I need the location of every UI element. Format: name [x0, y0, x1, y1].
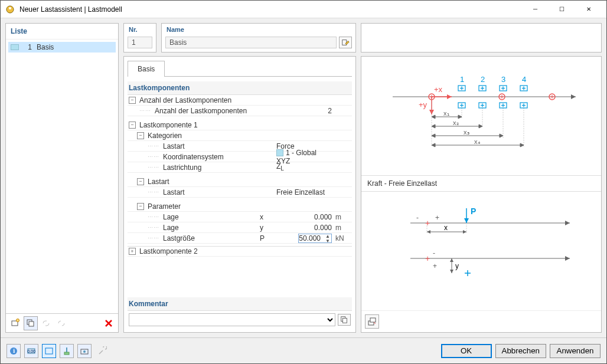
group-anzahl[interactable]: −Anzahl der Lastkomponenten — [128, 95, 352, 106]
anzahl-value[interactable]: 2 — [276, 107, 335, 115]
item-number: 1 — [22, 43, 32, 51]
group-lastart[interactable]: −Lastart — [128, 176, 352, 187]
svg-marker-98 — [450, 270, 453, 273]
svg-text:0,00: 0,00 — [27, 349, 35, 353]
nr-value[interactable]: 1 — [128, 37, 152, 48]
name-input[interactable]: Basis — [165, 37, 337, 48]
bottom-toolbar: ℹ 0,00 OK Abbrechen Anwenden — [1, 337, 606, 363]
svg-text:+x: +x — [434, 85, 443, 94]
diagram-title: Kraft - Freie Einzellast — [361, 175, 601, 192]
row-lage-y[interactable]: ⋯⋯Lage y0.000m — [128, 222, 352, 233]
svg-text:4: 4 — [522, 75, 526, 84]
group-kategorien[interactable]: −Kategorien — [128, 130, 352, 141]
row-lastart2[interactable]: ⋯⋯Lastart Freie Einzellast — [128, 187, 352, 198]
window-title: Neuer Lastassistent | Lastmodell — [19, 5, 522, 14]
svg-marker-97 — [450, 258, 453, 262]
comment-library-button[interactable] — [338, 314, 351, 326]
group-lk1[interactable]: −Lastkomponente 1 — [128, 120, 352, 130]
show-button[interactable] — [77, 344, 92, 358]
title-bar: Neuer Lastassistent | Lastmodell ─ ☐ ✕ — [1, 1, 606, 18]
tab-strip: Basis — [128, 60, 352, 77]
section-lastkomponenten: Lastkomponenten — [128, 81, 352, 95]
row-anzahl[interactable]: ⋯⋯Anzahl der Lastkomponenten 2 — [128, 106, 352, 116]
svg-marker-60 — [479, 124, 482, 128]
svg-rect-8 — [342, 318, 347, 323]
group-lk2[interactable]: +Lastkomponente 2 — [128, 246, 352, 257]
row-lastrichtung[interactable]: ⋯⋯Lastrichtung ZL — [128, 162, 352, 173]
svg-text:1: 1 — [460, 75, 464, 84]
collapse-icon[interactable]: − — [137, 178, 144, 185]
lastgroesse-input[interactable]: 50.000▲▼ — [298, 234, 332, 243]
collapse-icon[interactable]: − — [137, 203, 144, 210]
svg-text:x₁: x₁ — [443, 110, 449, 117]
collapse-icon[interactable]: − — [129, 122, 136, 129]
svg-marker-64 — [500, 134, 503, 137]
list-body: 1 Basis — [6, 40, 118, 313]
rename-button[interactable] — [339, 37, 352, 48]
svg-marker-59 — [432, 124, 435, 128]
close-button[interactable]: ✕ — [575, 1, 602, 18]
svg-marker-76 — [565, 221, 570, 225]
svg-marker-68 — [520, 143, 524, 147]
row-lastgroesse[interactable]: ⋯⋯Lastgröße P 50.000▲▼ kN — [128, 233, 352, 244]
name-label: Name — [167, 26, 184, 33]
svg-text:P: P — [471, 206, 476, 216]
svg-text:-: - — [416, 214, 419, 222]
calc-button[interactable]: ℹ — [6, 344, 21, 358]
item-color-swatch — [11, 44, 19, 50]
preview-top-card — [361, 23, 602, 53]
list-header: Liste — [6, 24, 118, 40]
svg-text:+y: +y — [419, 100, 427, 109]
svg-marker-67 — [432, 143, 435, 147]
new-button[interactable] — [8, 316, 22, 330]
svg-marker-84 — [427, 230, 430, 234]
svg-point-3 — [17, 319, 19, 322]
tab-basis[interactable]: Basis — [128, 61, 165, 77]
expand-icon[interactable]: + — [129, 248, 136, 255]
svg-rect-5 — [29, 322, 34, 326]
collapse-icon[interactable]: − — [129, 97, 136, 104]
svg-text:+: + — [425, 254, 430, 263]
collapse-icon[interactable]: − — [137, 132, 144, 139]
diagram-settings-button[interactable] — [365, 314, 379, 329]
minimize-button[interactable]: ─ — [522, 1, 549, 18]
svg-marker-56 — [458, 115, 462, 119]
svg-marker-10 — [571, 94, 576, 99]
svg-text:x₃: x₃ — [464, 129, 469, 136]
coordsys-color-swatch — [276, 149, 283, 156]
spinner-icon[interactable]: ▲▼ — [325, 234, 330, 244]
row-lage-x[interactable]: ⋯⋯Lage x0.000m — [128, 212, 352, 222]
diagram-bottom: - + + P x — [361, 192, 601, 310]
svg-text:x: x — [444, 224, 448, 232]
app-icon — [5, 5, 15, 14]
ok-button[interactable]: OK — [441, 344, 492, 358]
cancel-button[interactable]: Abbrechen — [495, 344, 546, 358]
model-button[interactable] — [60, 344, 74, 358]
svg-text:2: 2 — [481, 75, 485, 84]
svg-marker-85 — [463, 230, 466, 234]
maximize-button[interactable]: ☐ — [549, 1, 575, 18]
svg-marker-12 — [447, 94, 452, 99]
view-button[interactable] — [42, 344, 56, 358]
diagram-top: +x +y — [361, 57, 601, 175]
units-button[interactable]: 0,00 — [24, 344, 38, 358]
link-in-button[interactable] — [39, 316, 53, 330]
apply-button[interactable]: Anwenden — [550, 344, 601, 358]
svg-text:y: y — [455, 262, 459, 270]
diagram-panel: +x +y — [361, 56, 602, 333]
row-koordsys[interactable]: ⋯⋯Koordinatensystem 1 - Global XYZ — [128, 152, 352, 162]
svg-text:+: + — [425, 218, 430, 228]
delete-button[interactable] — [102, 316, 116, 330]
list-item[interactable]: 1 Basis — [8, 42, 116, 53]
group-parameter[interactable]: −Parameter — [128, 201, 352, 212]
comment-select[interactable] — [129, 313, 335, 326]
link-out-button[interactable] — [54, 316, 68, 330]
tool-button[interactable] — [95, 344, 109, 358]
svg-rect-106 — [45, 348, 53, 354]
duplicate-button[interactable] — [24, 316, 38, 330]
list-toolbar — [6, 313, 118, 332]
property-grid: Lastkomponenten −Anzahl der Lastkomponen… — [128, 81, 352, 293]
svg-marker-55 — [432, 115, 435, 119]
svg-point-110 — [83, 350, 86, 353]
svg-text:x₄: x₄ — [474, 138, 481, 145]
